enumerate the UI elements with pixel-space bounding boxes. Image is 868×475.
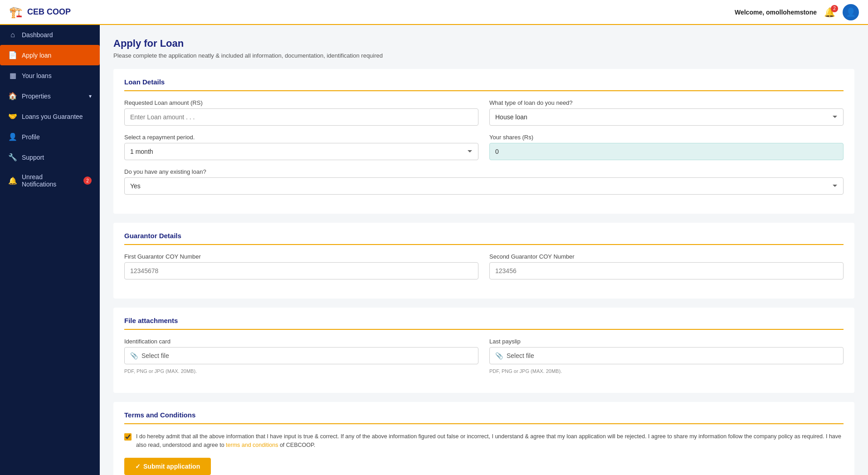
existing-loan-label: Do you have any existing loan? [124,168,844,175]
terms-section: Terms and Conditions I do hereby admit t… [113,402,854,475]
profile-icon: 👤 [8,132,17,141]
terms-row: I do hereby admit that all the above inf… [124,432,844,450]
navbar-right: Welcome, omollohemstone 🔔 2 👤 [735,4,859,20]
id-card-file-input[interactable]: 📎 Select file [124,347,478,364]
repayment-label: Select a repayment period. [124,134,478,141]
repayment-group: Select a repayment period. 1 month 3 mon… [124,134,478,160]
first-guarantor-input[interactable] [124,262,478,279]
notification-button[interactable]: 🔔 2 [824,7,835,18]
file-row: Identification card 📎 Select file PDF, P… [124,338,844,374]
page-title: Apply for Loan [113,38,854,49]
sidebar-label-apply-loan: Apply loan [22,52,92,59]
paperclip-icon: 📎 [130,352,138,359]
page-subtitle: Please complete the application neatly &… [113,52,854,59]
sidebar-label-profile: Profile [22,133,92,141]
sidebar-item-notifications[interactable]: 🔔 Unread Notifications 2 [0,167,100,194]
support-icon: 🔧 [8,153,17,162]
payslip-group: Last payslip 📎 Select file PDF, PNG or J… [489,338,844,374]
id-card-label: Identification card [124,338,478,345]
terms-text: I do hereby admit that all the above inf… [136,432,844,450]
sidebar-item-apply-loan[interactable]: 📄 Apply loan [0,45,100,65]
terms-title: Terms and Conditions [124,411,844,424]
apply-loan-icon: 📄 [8,51,17,59]
second-guarantor-input[interactable] [489,262,844,279]
sidebar-label-loans-guarantee: Loans you Guarantee [22,113,92,120]
guarantor-title: Guarantor Details [124,232,844,245]
loans-guarantee-icon: 🤝 [8,112,17,121]
id-card-button-label: Select file [141,352,169,359]
shares-group: Your shares (Rs) [489,134,844,160]
payslip-hint: PDF, PNG or JPG (MAX. 20MB). [489,368,844,374]
payslip-label: Last payslip [489,338,844,345]
terms-checkbox[interactable] [124,433,132,441]
sidebar-label-notifications: Unread Notifications [22,173,79,188]
welcome-text: Welcome, omollohemstone [735,9,817,16]
existing-loan-group: Do you have any existing loan? Yes No [124,168,844,195]
avatar: 👤 [843,4,859,20]
submit-label: Submit application [143,463,200,470]
sidebar-label-properties: Properties [22,93,84,100]
logo-icon: 🏗️ [9,6,23,19]
first-guarantor-label: First Guarantor COY Number [124,253,478,260]
sidebar-label-your-loans: Your loans [22,72,92,79]
guarantor-row: First Guarantor COY Number Second Guaran… [124,253,844,279]
first-guarantor-group: First Guarantor COY Number [124,253,478,279]
loan-details-title: Loan Details [124,78,844,91]
properties-icon: 🏠 [8,92,17,100]
sidebar-item-support[interactable]: 🔧 Support [0,147,100,167]
sidebar: ⌂ Dashboard 📄 Apply loan ▦ Your loans 🏠 … [0,25,100,475]
paperclip-icon-2: 📎 [495,352,503,359]
main-content: Apply for Loan Please complete the appli… [100,25,868,475]
checkmark-icon: ✓ [135,463,141,470]
navbar: 🏗️ CEB COOP Welcome, omollohemstone 🔔 2 … [0,0,868,25]
second-guarantor-group: Second Guarantor COY Number [489,253,844,279]
shares-label: Your shares (Rs) [489,134,844,141]
file-attachments-section: File attachments Identification card 📎 S… [113,308,854,393]
loan-row-3: Do you have any existing loan? Yes No [124,168,844,195]
notifications-icon: 🔔 [8,176,17,185]
file-attachments-title: File attachments [124,317,844,330]
notification-badge: 2 [831,5,838,12]
sidebar-label-dashboard: Dashboard [22,31,92,39]
payslip-button-label: Select file [507,352,534,359]
sidebar-item-properties[interactable]: 🏠 Properties ▾ [0,86,100,106]
sidebar-item-dashboard[interactable]: ⌂ Dashboard [0,25,100,45]
loan-amount-group: Requested Loan amount (RS) [124,99,478,126]
app-body: ⌂ Dashboard 📄 Apply loan ▦ Your loans 🏠 … [0,25,868,475]
loan-amount-label: Requested Loan amount (RS) [124,99,478,106]
id-card-hint: PDF, PNG or JPG (MAX. 20MB). [124,368,478,374]
second-guarantor-label: Second Guarantor COY Number [489,253,844,260]
username: omollohemstone [766,9,817,16]
id-card-group: Identification card 📎 Select file PDF, P… [124,338,478,374]
existing-loan-select[interactable]: Yes No [124,177,844,195]
sidebar-label-support: Support [22,154,92,161]
notifications-badge: 2 [83,176,92,185]
sidebar-item-your-loans[interactable]: ▦ Your loans [0,65,100,86]
repayment-select[interactable]: 1 month 3 months 6 months 12 months 24 m… [124,143,478,160]
loan-details-section: Loan Details Requested Loan amount (RS) … [113,69,854,214]
terms-link[interactable]: terms and conditions [226,442,278,448]
guarantor-section: Guarantor Details First Guarantor COY Nu… [113,223,854,299]
your-loans-icon: ▦ [8,71,17,80]
brand-name: CEB COOP [27,7,71,17]
loan-row-2: Select a repayment period. 1 month 3 mon… [124,134,844,160]
sidebar-item-profile[interactable]: 👤 Profile [0,127,100,147]
loan-row-1: Requested Loan amount (RS) What type of … [124,99,844,126]
submit-button[interactable]: ✓ Submit application [124,458,211,475]
dashboard-icon: ⌂ [8,31,17,39]
sidebar-item-loans-guarantee[interactable]: 🤝 Loans you Guarantee [0,106,100,127]
shares-input[interactable] [489,143,844,160]
brand: 🏗️ CEB COOP [9,6,71,19]
loan-amount-input[interactable] [124,108,478,126]
chevron-down-icon: ▾ [89,93,92,99]
loan-type-select[interactable]: House loan Personal loan Business loan E… [489,108,844,126]
loan-type-label: What type of loan do you need? [489,99,844,106]
payslip-file-input[interactable]: 📎 Select file [489,347,844,364]
loan-type-group: What type of loan do you need? House loa… [489,99,844,126]
